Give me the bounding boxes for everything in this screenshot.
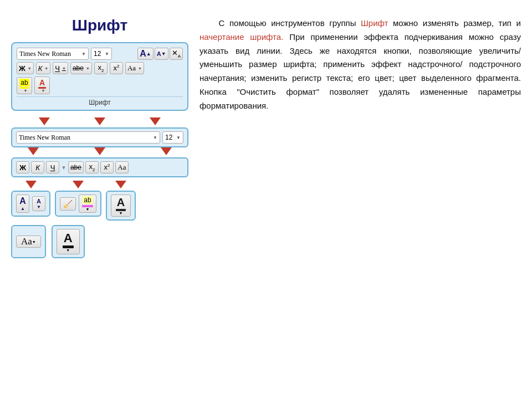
subscript-label: x2: [98, 63, 104, 73]
arrow-5: [94, 147, 105, 155]
aa-dropdown-arrow: ▼: [32, 240, 36, 244]
superscript-button[interactable]: x2: [110, 62, 123, 74]
arrow-1: [39, 117, 50, 125]
exploded-underline-label: Ч: [50, 163, 55, 172]
font-color-dropdown-arrow: ▼: [42, 89, 45, 93]
sep1: ▼: [61, 165, 66, 171]
exploded-italic-label: К: [35, 163, 40, 172]
desc-part-3: При применении эффекта подчеркивания мож…: [200, 32, 521, 110]
highlight-color-button[interactable]: ab ▼: [17, 77, 32, 94]
aa-row: Aa ▼ A ▼: [11, 225, 188, 258]
exploded-strike-button[interactable]: abe: [68, 161, 84, 173]
left-panel: Шрифт Times New Roman ▼ 12 ▼ A▲ A▼ ✕A: [11, 11, 188, 388]
exploded-case-button[interactable]: Aa: [115, 161, 129, 173]
bottom-grow-button[interactable]: A ▲: [16, 195, 29, 213]
bottom-highlight-button[interactable]: ab ▼: [79, 195, 96, 213]
aa-box: Aa ▼: [11, 225, 46, 258]
clear-format-small-button[interactable]: ✕A: [170, 48, 183, 60]
font-name-dropdown[interactable]: Times New Roman ▼: [17, 48, 89, 60]
clear-highlight-box: 🧹 ab ▼: [55, 191, 101, 217]
underline-label: Ч: [55, 64, 60, 73]
grow-shrink-group: A▲ A▼ ✕A: [137, 48, 183, 60]
bottom-shrink-a: A: [37, 198, 41, 204]
arrow-3: [150, 117, 161, 125]
page-title: Шрифт: [11, 17, 188, 34]
ribbon-row-format: Ж ▼ К ▼ Ч ▼ abe ▼ x2 x2 Aa ▼: [17, 62, 183, 74]
exploded-sub-button[interactable]: x2: [85, 161, 99, 173]
font-shrink-button[interactable]: A▼: [155, 48, 168, 60]
exploded-font-size-arrow: ▼: [176, 135, 181, 140]
exploded-strike-label: abe: [70, 163, 81, 171]
eraser-small-icon: ✕A: [172, 49, 181, 59]
bottom-color-button[interactable]: A ▼: [111, 195, 131, 217]
strikethrough-label: abe: [73, 64, 84, 72]
arrow-color: [115, 181, 126, 188]
text-color-a-button[interactable]: A ▼: [57, 229, 80, 254]
exploded-font-size-dropdown[interactable]: 12 ▼: [162, 131, 183, 144]
strikethrough-button[interactable]: abe ▼: [70, 62, 92, 74]
text-color-aa-box: A ▼: [52, 225, 85, 258]
bottom-shrink-button[interactable]: A ▼: [32, 196, 45, 211]
font-color-button[interactable]: A ▼: [34, 76, 50, 94]
font-grow-button[interactable]: A▲: [137, 48, 153, 60]
grow-a-large: A: [140, 49, 146, 59]
grow-shrink-box: A ▲ A ▼: [11, 191, 50, 217]
change-case-label: Aa: [127, 64, 136, 73]
change-case-button[interactable]: Aa ▼: [125, 62, 144, 74]
color-box: A ▼: [106, 191, 136, 221]
desc-part-1: С помощью инструментов группы: [219, 18, 361, 28]
italic-label: К: [38, 64, 43, 73]
arrow-grow: [25, 181, 37, 188]
description-text: С помощью инструментов группы Шрифт можн…: [200, 17, 521, 112]
font-color-label: A: [39, 78, 45, 87]
bottom-eraser-icon: 🧹: [63, 200, 73, 208]
case-dropdown-arrow: ▼: [138, 66, 142, 70]
exploded-font-name-dropdown[interactable]: Times New Roman ▼: [16, 131, 160, 144]
grow-col: A ▲ A ▼: [11, 181, 50, 217]
ribbon-row-colors: ab ▼ A ▼: [17, 76, 183, 94]
arrow-6: [161, 147, 172, 155]
exploded-bold-button[interactable]: Ж: [16, 161, 29, 173]
ribbon-group-label: Шрифт: [17, 96, 183, 106]
exploded-superscript-label: x2: [104, 163, 110, 171]
color-col: A ▼: [106, 181, 136, 221]
arrows-row-2: [11, 147, 188, 155]
font-name-arrow: ▼: [81, 52, 86, 57]
bold-dropdown-arrow: ▼: [28, 66, 32, 70]
exploded-format-box: Ж К Ч ▼ abe x2 x2 Aa: [11, 157, 188, 177]
italic-dropdown-arrow: ▼: [44, 66, 48, 70]
aa-button[interactable]: Aa ▼: [16, 236, 41, 248]
bottom-color-a: A: [117, 196, 125, 209]
text-color-dropdown-arrow: ▼: [66, 248, 70, 252]
italic-button[interactable]: К ▼: [36, 62, 51, 74]
exploded-case-label: Aa: [117, 163, 126, 172]
bold-label: Ж: [19, 64, 25, 73]
strike-dropdown-arrow: ▼: [86, 66, 90, 70]
font-size-dropdown[interactable]: 12 ▼: [91, 48, 112, 60]
exploded-font-name-value: Times New Roman: [19, 134, 70, 142]
bottom-exploded-row: A ▲ A ▼ 🧹 ab ▼: [11, 181, 188, 221]
bottom-highlight-arrow: ▼: [86, 207, 90, 211]
bottom-color-arrow: ▼: [119, 211, 123, 215]
aa-label: Aa: [21, 236, 32, 247]
bottom-clear-button[interactable]: 🧹: [60, 197, 76, 211]
grow-a-caret: ▲: [146, 51, 151, 57]
font-name-value: Times New Roman: [19, 50, 71, 58]
arrows-row-1: [11, 117, 188, 125]
text-color-a-label: A: [64, 231, 73, 245]
desc-highlight-2: начертание шрифта.: [200, 32, 283, 42]
exploded-italic-button[interactable]: К: [31, 161, 44, 173]
bottom-grow-a: A: [19, 196, 26, 206]
bottom-highlight-ab: ab: [83, 196, 92, 204]
exploded-super-button[interactable]: x2: [100, 161, 114, 173]
highlight-ab-label: ab: [19, 79, 29, 86]
bottom-shrink-caret: ▼: [37, 204, 41, 209]
ribbon-row-font: Times New Roman ▼ 12 ▼ A▲ A▼ ✕A: [17, 48, 183, 60]
subscript-button[interactable]: x2: [94, 62, 108, 74]
underline-button[interactable]: Ч ▼: [53, 62, 68, 74]
arrow-4: [28, 147, 39, 155]
exploded-underline-button[interactable]: Ч: [46, 161, 59, 173]
bold-button[interactable]: Ж ▼: [17, 62, 34, 74]
arrow-clear: [73, 181, 84, 188]
shrink-a-caret: ▼: [161, 51, 166, 57]
